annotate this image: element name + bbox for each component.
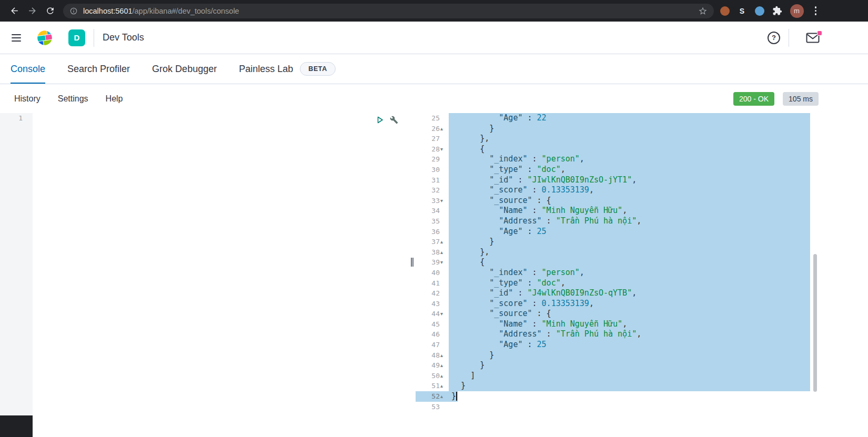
line-number: 38▴ (416, 247, 449, 258)
response-line: 34 "Name" : "Minh Nguyễn Hữu", (416, 206, 868, 216)
selection-highlight (449, 134, 810, 144)
tab-label: Console (11, 64, 45, 75)
code-line: "_score" : 0.13353139, (449, 185, 868, 196)
fold-toggle-icon[interactable]: ▴ (440, 350, 447, 361)
response-line: 29 "_index" : "person", (416, 154, 868, 165)
settings-button[interactable]: Settings (58, 94, 88, 104)
pane-resize-handle[interactable] (410, 113, 416, 437)
fold-toggle-icon[interactable]: ▾ (440, 196, 447, 206)
response-line: 27 }, (416, 134, 868, 144)
code-line: } (449, 124, 868, 134)
tab-search-profiler[interactable]: Search Profiler (67, 54, 130, 84)
response-line: 39▾ { (416, 257, 868, 268)
request-options-button[interactable] (390, 116, 398, 124)
extension-icon[interactable] (720, 6, 730, 16)
browser-menu-button[interactable] (812, 4, 820, 17)
extensions-button[interactable] (772, 6, 782, 16)
notification-badge (817, 31, 822, 36)
response-line: 31 "_id" : "JIwlKnQB0I9nZsO-jYT1", (416, 175, 868, 186)
beta-badge: BETA (300, 62, 336, 76)
fold-toggle-icon[interactable]: ▴ (440, 247, 447, 258)
response-line: 47 "Age" : 25 (416, 340, 868, 350)
response-line: 46 "Address" : "Trần Phú hà nội", (416, 329, 868, 340)
space-avatar[interactable]: D (68, 29, 85, 46)
history-button[interactable]: History (14, 94, 41, 104)
fold-toggle-icon[interactable]: ▴ (440, 124, 447, 134)
line-number: 45 (416, 319, 449, 330)
response-editor[interactable]: 25 "Age" : 2226▴ }27 },28▾ {29 "_index" … (416, 113, 868, 437)
back-button[interactable] (5, 2, 23, 20)
console-workspace: 1 25 "Age" : 2226▴ }27 },28▾ {29 (0, 113, 868, 437)
line-number: 28▾ (416, 144, 449, 155)
selection-highlight (449, 257, 810, 268)
reload-button[interactable] (41, 2, 59, 20)
fold-toggle-icon[interactable]: ▾ (440, 257, 447, 268)
selection-highlight (449, 124, 810, 134)
fold-toggle-icon[interactable]: ▾ (440, 144, 447, 155)
code-line: "Address" : "Trần Phú hà nội", (449, 216, 868, 227)
extension-icon[interactable] (755, 6, 764, 16)
browser-status-bubble (0, 415, 33, 437)
code-line: } (449, 350, 868, 361)
back-icon (9, 6, 19, 16)
fold-toggle-icon[interactable]: ▾ (440, 309, 447, 319)
response-line: 28▾ { (416, 144, 868, 155)
code-line: "_id" : "J4wlKnQB0I9nZsO-qYTB", (449, 288, 868, 299)
site-info-button[interactable] (69, 7, 78, 15)
response-line: 48▴ } (416, 350, 868, 361)
help-link-button[interactable]: Help (106, 94, 123, 104)
reload-icon (45, 6, 55, 16)
line-number: 32 (416, 185, 449, 196)
url-input[interactable]: localhost:5601/app/kibana#/dev_tools/con… (83, 7, 693, 15)
profile-avatar[interactable]: m (790, 4, 804, 18)
selection-highlight (449, 371, 810, 381)
line-number: 40 (416, 268, 449, 278)
response-line: 37▴ } (416, 237, 868, 247)
fold-toggle-icon[interactable]: ▴ (440, 381, 447, 391)
line-number: 47 (416, 340, 449, 350)
code-line (449, 402, 868, 412)
tab-painless-lab[interactable]: Painless Lab BETA (239, 54, 336, 84)
tab-grok-debugger[interactable]: Grok Debugger (152, 54, 217, 84)
line-number: 33▾ (416, 196, 449, 206)
resize-grip-icon (411, 258, 413, 267)
puzzle-icon (772, 6, 782, 16)
response-line: 38▴ }, (416, 247, 868, 258)
tab-console[interactable]: Console (11, 54, 45, 84)
extension-s-icon[interactable]: S (738, 7, 747, 15)
line-number: 41 (416, 278, 449, 289)
browser-chrome-bar: localhost:5601/app/kibana#/dev_tools/con… (0, 0, 868, 22)
code-line: { (449, 257, 868, 268)
selection-highlight (449, 381, 810, 391)
star-icon (698, 6, 708, 16)
forward-button[interactable] (23, 2, 41, 20)
response-line: 32 "_score" : 0.13353139, (416, 185, 868, 196)
line-number: 44▾ (416, 309, 449, 319)
send-request-button[interactable] (376, 116, 384, 124)
bookmark-button[interactable] (698, 6, 708, 16)
line-number: 39▾ (416, 257, 449, 268)
code-line: "_source" : { (449, 196, 868, 206)
code-line: "Address" : "Trần Phú hà nội", (449, 329, 868, 340)
fold-toggle-icon[interactable]: ▴ (440, 371, 447, 381)
line-number: 30 (416, 165, 449, 175)
forward-icon (27, 6, 37, 16)
code-line: }, (449, 247, 868, 258)
request-editor[interactable]: 1 (0, 113, 410, 437)
nav-menu-button[interactable] (8, 31, 24, 45)
selection-highlight (449, 144, 810, 155)
line-number: 37▴ (416, 237, 449, 247)
browser-actions: S m (720, 4, 820, 18)
elastic-logo[interactable] (36, 29, 54, 47)
url-bar[interactable]: localhost:5601/app/kibana#/dev_tools/con… (63, 4, 714, 18)
response-line: 44▾ "_source" : { (416, 309, 868, 319)
latency-badge: 105 ms (783, 92, 819, 106)
line-number: 43 (416, 299, 449, 309)
fold-toggle-icon[interactable]: ▴ (440, 391, 447, 402)
newsfeed-button[interactable] (806, 33, 820, 43)
fold-toggle-icon[interactable]: ▴ (440, 360, 447, 371)
fold-toggle-icon[interactable]: ▴ (440, 237, 447, 247)
response-scrollbar[interactable] (813, 254, 817, 392)
line-number: 31 (416, 175, 449, 186)
help-button[interactable]: ? (768, 32, 780, 44)
